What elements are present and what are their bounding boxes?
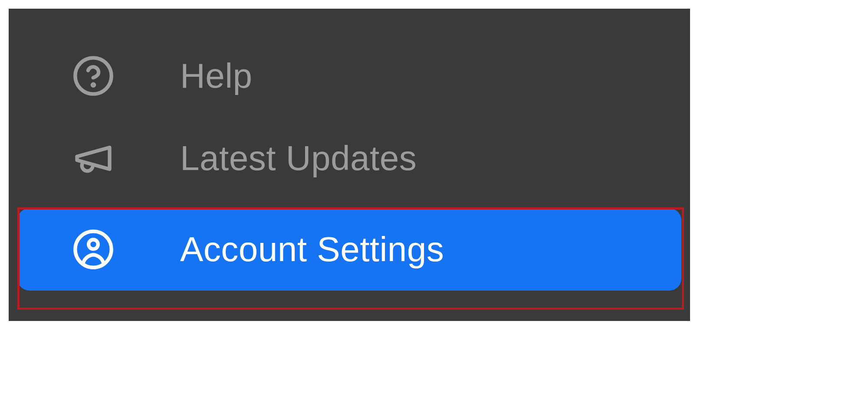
menu-spacer	[9, 200, 690, 208]
help-circle-icon	[72, 54, 115, 98]
sidebar-menu-panel: Help Latest Updates Account Settings	[9, 9, 690, 321]
svg-point-1	[92, 84, 94, 86]
menu-item-label: Latest Updates	[180, 138, 417, 178]
user-circle-icon	[72, 228, 115, 271]
menu-item-label: Help	[180, 56, 253, 96]
menu-item-account-settings[interactable]: Account Settings	[17, 208, 681, 291]
menu-item-label: Account Settings	[180, 229, 444, 269]
menu-item-latest-updates[interactable]: Latest Updates	[9, 117, 690, 200]
megaphone-icon	[72, 137, 115, 180]
menu-item-help[interactable]: Help	[9, 35, 690, 117]
svg-point-3	[89, 240, 98, 249]
